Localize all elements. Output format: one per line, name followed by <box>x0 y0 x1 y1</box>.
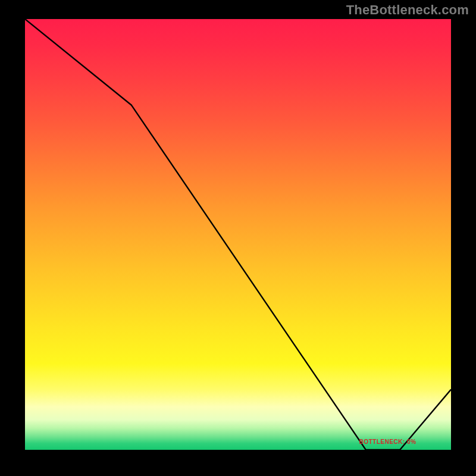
attribution-text: TheBottleneck.com <box>346 2 469 18</box>
chart-frame: TheBottleneck.com BOTTLENECK: 0% <box>0 0 476 476</box>
bottleneck-curve <box>25 19 451 450</box>
plot-area: BOTTLENECK: 0% <box>25 19 451 450</box>
bottleneck-zero-label: BOTTLENECK: 0% <box>359 439 416 445</box>
